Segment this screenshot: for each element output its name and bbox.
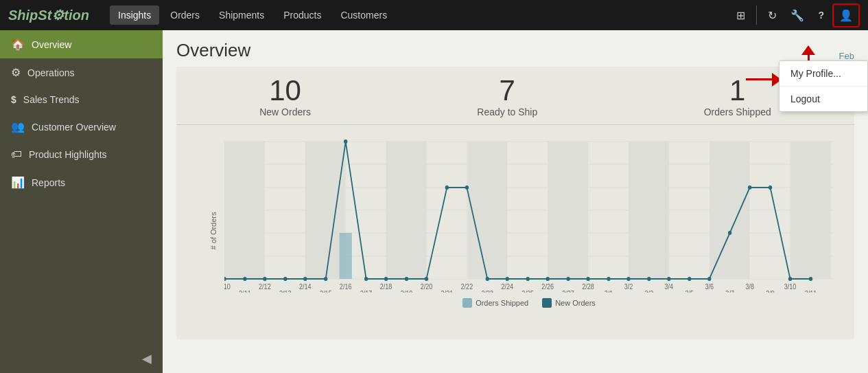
dot-28 (788, 277, 792, 281)
overview-header: Overview Feb (163, 30, 868, 67)
chart-legend: Orders Shipped New Orders (224, 298, 834, 308)
legend-swatch-shipped (462, 298, 472, 308)
sidebar-label-sales-trends: Sales Trends (23, 94, 80, 105)
page-title: Overview (176, 40, 250, 61)
grid-icon-button[interactable]: ⊞ (731, 5, 751, 26)
main-layout: 🏠 Overview ⚙ Operations $ Sales Trends 👥… (0, 30, 868, 373)
x-label-top-1: 2/12 (259, 283, 271, 291)
dot-23 (688, 277, 691, 281)
legend-label-new: New Orders (555, 299, 596, 307)
dot-14 (506, 277, 509, 281)
x-label-bot-11: 3/5 (685, 290, 694, 293)
help-icon: ? (818, 10, 824, 21)
sidebar-item-overview[interactable]: 🏠 Overview (0, 30, 163, 58)
overview-icon: 🏠 (11, 38, 25, 51)
help-icon-button[interactable]: ? (812, 5, 830, 25)
collapse-sidebar-button[interactable]: ◀ (142, 351, 152, 366)
dot-9 (405, 277, 408, 281)
ready-to-ship-value: 7 (477, 76, 537, 105)
dot-15 (526, 277, 529, 281)
dot-4 (303, 277, 307, 281)
x-label-bot-6: 2/23 (481, 290, 493, 293)
sidebar-collapse[interactable]: ◀ (0, 344, 163, 373)
refresh-icon-button[interactable]: ↻ (762, 5, 782, 26)
legend-swatch-new (542, 298, 552, 308)
logo-gear: ⚙ (51, 8, 64, 23)
logo-icon: St (38, 8, 51, 23)
ready-to-ship-label: Ready to Ship (477, 106, 537, 117)
sidebar-item-operations[interactable]: ⚙ Operations (0, 58, 163, 87)
dot-13 (486, 277, 489, 281)
nav-shipments[interactable]: Shipments (211, 5, 272, 25)
x-label-top-8: 2/26 (541, 283, 554, 291)
profile-icon-button[interactable]: 👤 (832, 3, 860, 27)
x-label-bot-5: 2/21 (441, 290, 454, 293)
x-label-bot-13: 3/9 (766, 290, 775, 293)
x-label-top-9: 2/28 (582, 283, 594, 291)
dot-1 (243, 277, 246, 281)
dot-8 (384, 277, 388, 281)
x-label-top-0: 2/10 (224, 283, 231, 291)
nav-orders[interactable]: Orders (162, 5, 208, 25)
x-label-top-7: 2/24 (501, 283, 513, 291)
top-nav: ShipSt⚙tion Insights Orders Shipments Pr… (0, 0, 868, 30)
col-bg-5 (386, 142, 427, 279)
orders-shipped-label: Orders Shipped (704, 106, 771, 117)
nav-insights[interactable]: Insights (110, 5, 159, 25)
col-bg-7 (467, 142, 507, 279)
dot-27 (769, 185, 772, 190)
stat-ready-to-ship: 7 Ready to Ship (477, 76, 537, 117)
customer-overview-icon: 👥 (11, 120, 25, 133)
orders-shipped-value: 1 (704, 76, 771, 105)
sidebar-label-overview: Overview (32, 39, 71, 50)
nav-customers[interactable]: Customers (332, 5, 395, 25)
col-bg-1 (224, 142, 265, 279)
stat-new-orders: 10 New Orders (259, 76, 311, 117)
x-label-top-10: 3/2 (624, 283, 633, 291)
x-label-bot-10: 3/3 (645, 290, 654, 293)
x-label-bot-12: 3/7 (725, 290, 734, 293)
sidebar: 🏠 Overview ⚙ Operations $ Sales Trends 👥… (0, 30, 163, 373)
dot-25 (728, 231, 731, 235)
legend-label-shipped: Orders Shipped (476, 299, 528, 307)
new-orders-label: New Orders (259, 106, 311, 117)
dot-19 (607, 277, 610, 281)
product-highlights-icon: 🏷 (11, 148, 22, 161)
sidebar-label-reports: Reports (32, 177, 65, 188)
stats-row: 10 New Orders 7 Ready to Ship 1 Orders S… (176, 76, 854, 125)
sidebar-item-product-highlights[interactable]: 🏷 Product Highlights (0, 141, 163, 168)
bar-2-16 (340, 233, 352, 279)
stats-panel: 10 New Orders 7 Ready to Ship 1 Orders S… (176, 67, 854, 339)
dot-16 (546, 277, 549, 281)
x-label-top-12: 3/6 (705, 283, 714, 291)
chart-y-label: # of Orders (209, 212, 218, 249)
dot-20 (626, 277, 630, 281)
sidebar-label-product-highlights: Product Highlights (29, 149, 107, 160)
nav-divider (756, 5, 757, 25)
sales-trends-icon: $ (11, 94, 16, 105)
x-label-top-5: 2/20 (421, 283, 433, 291)
app-logo: ShipSt⚙tion (8, 7, 89, 23)
x-label-bot-7: 2/25 (521, 290, 534, 293)
x-label-bot-8: 2/27 (562, 290, 574, 293)
date-range[interactable]: Feb (839, 51, 854, 61)
x-label-bot-2: 2/15 (320, 290, 332, 293)
sidebar-item-reports[interactable]: 📊 Reports (0, 168, 163, 196)
x-label-bot-9: 3/1 (605, 290, 613, 293)
x-label-top-4: 2/18 (380, 283, 392, 291)
profile-dropdown-myprofile[interactable]: My Profile... (779, 61, 867, 87)
chart-container: # of Orders (190, 128, 841, 334)
nav-products[interactable]: Products (275, 5, 329, 25)
nav-icon-group: ⊞ ↻ 🔧 ? 👤 (731, 3, 860, 27)
col-bg-13 (709, 142, 750, 279)
dot-10 (425, 277, 428, 281)
profile-dropdown: My Profile... Logout (779, 60, 868, 112)
dot-11 (445, 185, 449, 190)
logo-text: Ship (8, 8, 38, 23)
profile-dropdown-logout[interactable]: Logout (779, 87, 867, 111)
new-orders-value: 10 (259, 76, 311, 105)
sidebar-item-sales-trends[interactable]: $ Sales Trends (0, 87, 163, 113)
sidebar-item-customer-overview[interactable]: 👥 Customer Overview (0, 113, 163, 141)
dot-29 (809, 277, 812, 281)
wrench-icon-button[interactable]: 🔧 (785, 5, 810, 26)
